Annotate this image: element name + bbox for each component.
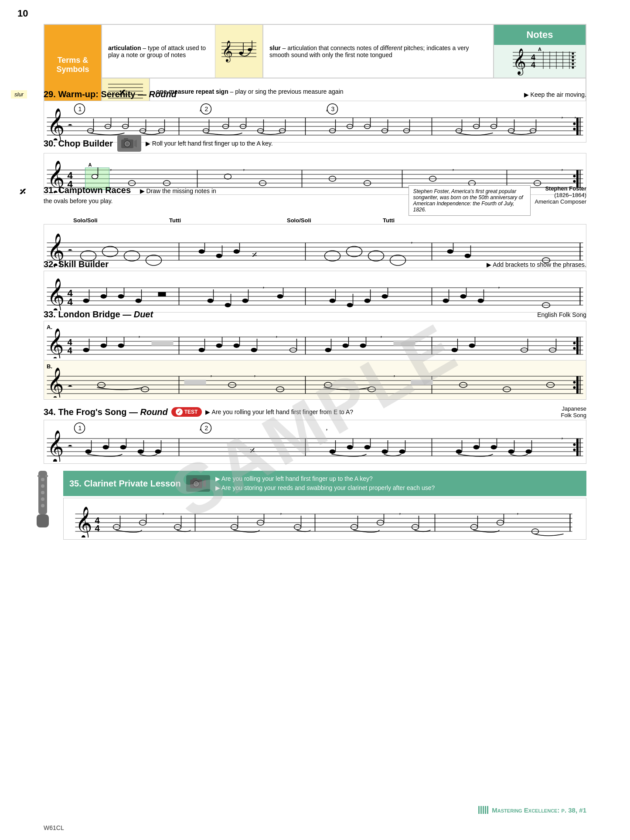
svg-point-232 [101, 343, 107, 348]
svg-point-136 [573, 180, 576, 183]
svg-marker-358 [203, 480, 206, 487]
svg-point-211 [478, 299, 484, 303]
exercise-32: 32. Skill Builder ▶ Add brackets to show… [44, 259, 586, 313]
notes-title: Notes [494, 25, 586, 45]
ex29-left-label: slur [11, 90, 27, 99]
mastering-excellence-bar: Mastering Excellence: p. 38, #1 [478, 806, 586, 814]
svg-point-199 [330, 299, 336, 303]
svg-point-165 [465, 254, 471, 258]
svg-point-343 [526, 449, 532, 454]
ex31-title: 31. Camptown Races ▶ Draw the missing no… [44, 185, 404, 205]
svg-text:1: 1 [78, 105, 82, 112]
svg-text:,: , [211, 370, 212, 377]
svg-text:𝄞: 𝄞 [222, 41, 233, 63]
ex34-attribution: Japanese Folk Song [561, 405, 586, 418]
mastering-label: Mastering Excellence: p. 38, #1 [492, 806, 586, 814]
svg-text:A: A [89, 162, 92, 167]
svg-point-25 [572, 56, 574, 58]
svg-point-320 [138, 449, 144, 454]
svg-rect-353 [45, 475, 48, 477]
svg-point-192 [225, 303, 231, 307]
svg-point-7 [248, 48, 252, 51]
svg-point-56 [573, 122, 576, 125]
test-badge: ✓ TEST [171, 407, 202, 417]
ex31-bio: Stephen Foster, America's first great po… [409, 185, 531, 216]
notes-staff: 𝄞 4 4 A [494, 45, 586, 78]
header-top-row: articulation – type of attack used to pl… [102, 25, 586, 78]
ex34-instruction: ▶ Are you rolling your left hand first f… [205, 408, 557, 415]
svg-text:,: , [562, 164, 563, 171]
svg-text:,: , [243, 164, 245, 171]
svg-text:𝄞: 𝄞 [47, 328, 64, 358]
svg-point-101 [126, 142, 129, 146]
exercise-35: 35. Clarinet Private Lesson ▶ Are you ro… [26, 471, 586, 540]
svg-rect-256 [394, 340, 415, 346]
svg-point-153 [199, 249, 205, 254]
svg-point-6 [239, 51, 243, 54]
svg-point-329 [364, 445, 371, 449]
svg-text:,: , [200, 105, 201, 112]
svg-text:2: 2 [205, 105, 208, 112]
svg-text:,: , [254, 370, 256, 377]
svg-point-229 [573, 347, 576, 350]
svg-point-335 [456, 449, 462, 454]
svg-text:,: , [394, 370, 395, 377]
slur-def: slur – articulation that connects notes … [263, 25, 494, 78]
svg-point-244 [251, 348, 257, 352]
svg-text:𝄞: 𝄞 [47, 430, 64, 462]
slur-image: 𝄞 [215, 25, 263, 78]
svg-text:1: 1 [78, 425, 82, 432]
svg-text:,: , [562, 112, 563, 119]
svg-text:,: , [517, 508, 519, 515]
svg-point-187 [136, 299, 142, 303]
svg-point-322 [155, 449, 161, 454]
ex33-part-b: B. 𝄞 𝄼 , , [44, 360, 586, 400]
ex31-composer: Stephen Foster (1826–1864) American Comp… [535, 185, 587, 205]
svg-text:𝄎: 𝄎 [250, 445, 255, 456]
svg-text:,: , [498, 282, 500, 289]
svg-point-349 [41, 491, 44, 494]
svg-rect-346 [37, 514, 49, 527]
svg-point-351 [41, 504, 44, 507]
svg-point-207 [443, 299, 449, 303]
svg-point-157 [234, 249, 240, 254]
svg-rect-281 [184, 380, 206, 385]
svg-point-331 [382, 449, 388, 454]
svg-text:,: , [411, 237, 413, 244]
svg-rect-357 [193, 478, 197, 480]
svg-text:𝄼: 𝄼 [68, 385, 73, 387]
svg-point-333 [399, 449, 405, 454]
svg-point-190 [208, 299, 214, 303]
svg-rect-237 [152, 340, 174, 346]
svg-text:,: , [139, 331, 140, 338]
ex29-instruction: ▶ Keep the air moving. [524, 91, 586, 98]
svg-point-120 [225, 174, 232, 179]
exercise-31: 𝄎 31. Camptown Races ▶ Draw the missing … [44, 185, 586, 268]
svg-text:2: 2 [205, 425, 208, 432]
camera-icon [117, 135, 141, 152]
label-solo1: Solo/Soli [73, 217, 169, 224]
svg-text:4: 4 [95, 524, 100, 533]
svg-point-327 [347, 445, 353, 449]
svg-text:𝄞: 𝄞 [513, 48, 526, 75]
svg-point-313 [573, 449, 576, 451]
svg-point-26 [572, 60, 574, 62]
svg-text:,: , [110, 164, 112, 171]
label-tutti2: Tutti [383, 217, 395, 224]
svg-point-251 [343, 343, 349, 348]
svg-text:,: , [326, 424, 328, 431]
svg-text:𝄞: 𝄞 [47, 367, 64, 398]
svg-point-209 [460, 294, 467, 299]
svg-point-249 [325, 348, 331, 352]
label-tutti1: Tutti [169, 217, 287, 224]
articulation-def: articulation – type of attack used to pl… [102, 25, 215, 78]
svg-point-253 [360, 343, 366, 348]
ex34-staff: 1 , 2 , , 𝄞 𝄼 [44, 420, 586, 464]
svg-text:,: , [453, 164, 454, 171]
camera-icon-2 [186, 475, 210, 492]
svg-rect-289 [411, 380, 433, 385]
svg-text:𝄼: 𝄼 [68, 124, 73, 126]
svg-text:,: , [280, 508, 282, 515]
svg-point-201 [347, 303, 353, 307]
svg-point-337 [473, 445, 480, 449]
